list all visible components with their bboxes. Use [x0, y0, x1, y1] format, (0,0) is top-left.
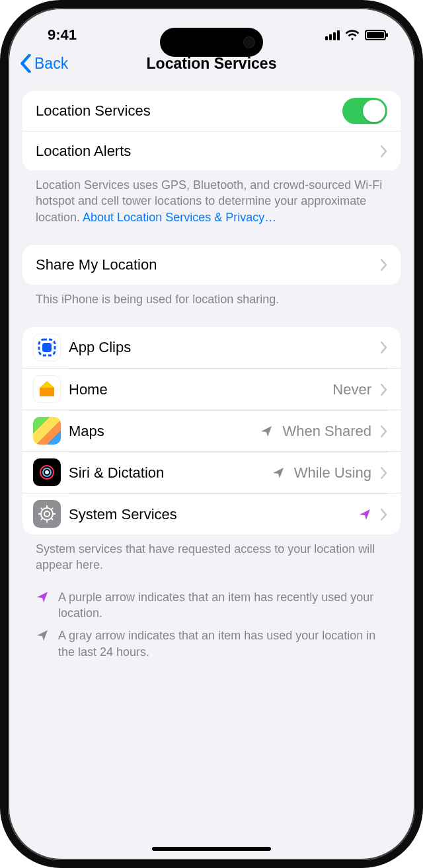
maps-icon [33, 417, 61, 445]
row-label: Siri & Dictation [69, 464, 164, 482]
svg-line-13 [41, 518, 43, 520]
chevron-right-icon [381, 384, 387, 396]
row-label: App Clips [69, 339, 131, 356]
group-apps: App Clips Home Never M [22, 327, 401, 534]
location-arrow-icon [272, 466, 285, 480]
status-time: 9:41 [48, 26, 77, 44]
settings-gear-icon [33, 500, 61, 528]
link-about-privacy[interactable]: About Location Services & Privacy… [83, 211, 276, 224]
home-icon [33, 375, 61, 403]
group-share-location: Share My Location [22, 245, 401, 285]
legend-gray: A gray arrow indicates that an item has … [36, 628, 387, 660]
row-system-services[interactable]: System Services [22, 493, 401, 534]
wifi-icon [345, 29, 360, 41]
chevron-right-icon [381, 145, 387, 157]
svg-line-12 [51, 518, 53, 520]
location-arrow-icon [358, 508, 371, 521]
row-label: Home [69, 381, 108, 398]
back-label: Back [34, 55, 68, 73]
row-value: When Shared [282, 423, 371, 440]
chevron-left-icon [20, 54, 32, 73]
dynamic-island [160, 28, 263, 57]
legend: A purple arrow indicates that an item ha… [22, 573, 401, 660]
footer-text: This iPhone is being used for location s… [36, 293, 279, 306]
row-siri[interactable]: Siri & Dictation While Using [22, 451, 401, 493]
legend-text: A purple arrow indicates that an item ha… [58, 589, 387, 622]
legend-text: A gray arrow indicates that an item has … [58, 628, 387, 660]
row-home[interactable]: Home Never [22, 368, 401, 410]
chevron-right-icon [381, 509, 387, 521]
chevron-right-icon [381, 425, 387, 437]
svg-point-6 [44, 511, 50, 517]
status-icons [325, 29, 386, 41]
row-label: System Services [69, 506, 177, 523]
group-location-services: Location Services Location Alerts [22, 91, 401, 170]
row-maps[interactable]: Maps When Shared [22, 410, 401, 451]
row-value: Never [332, 381, 371, 398]
svg-point-4 [45, 470, 49, 474]
chevron-right-icon [381, 342, 387, 353]
toggle-location-services[interactable] [342, 98, 387, 124]
siri-icon [33, 458, 61, 486]
row-label: Share My Location [36, 256, 157, 273]
page-title: Location Services [9, 55, 414, 73]
location-arrow-icon [36, 591, 49, 604]
home-indicator[interactable] [152, 847, 271, 851]
app-clips-icon [33, 334, 61, 361]
chevron-right-icon [381, 467, 387, 479]
location-arrow-icon [260, 425, 273, 438]
row-label: Location Alerts [36, 143, 131, 160]
row-value: While Using [294, 464, 371, 482]
battery-icon [365, 30, 386, 40]
svg-rect-1 [42, 343, 52, 352]
svg-line-14 [51, 508, 53, 510]
row-label: Maps [69, 423, 104, 440]
row-share-my-location[interactable]: Share My Location [22, 245, 401, 285]
location-arrow-icon [36, 629, 49, 642]
footer-share-location: This iPhone is being used for location s… [22, 285, 401, 307]
cellular-icon [325, 30, 340, 40]
chevron-right-icon [381, 259, 387, 271]
svg-line-11 [41, 508, 43, 510]
row-location-services-toggle[interactable]: Location Services [22, 91, 401, 131]
footer-location-services: Location Services uses GPS, Bluetooth, a… [22, 170, 401, 225]
footer-apps: System services that have requested acce… [22, 534, 401, 573]
row-label: Location Services [36, 102, 151, 120]
row-location-alerts[interactable]: Location Alerts [22, 131, 401, 170]
legend-purple: A purple arrow indicates that an item ha… [36, 589, 387, 622]
row-app-clips[interactable]: App Clips [22, 327, 401, 368]
back-button[interactable]: Back [20, 54, 68, 73]
footer-text: System services that have requested acce… [36, 542, 375, 571]
